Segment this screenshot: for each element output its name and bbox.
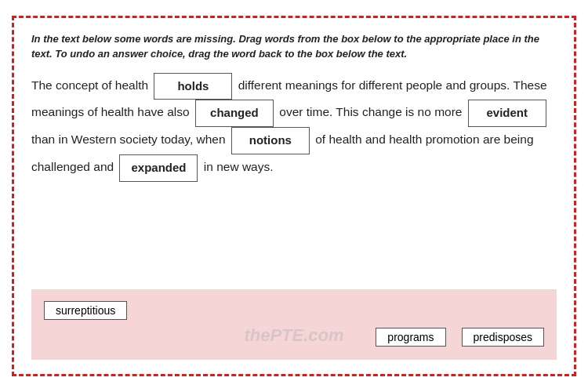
blank-5[interactable]: expanded xyxy=(119,154,198,182)
blank-3[interactable]: evident xyxy=(468,100,546,127)
main-container: In the text below some words are missing… xyxy=(12,16,576,376)
blank-4[interactable]: notions xyxy=(231,127,310,154)
text-after-blank3: than in Western society today, when xyxy=(31,133,226,147)
text-before-blank1: The concept of health xyxy=(31,78,148,92)
passage-area: The concept of health holds different me… xyxy=(31,73,557,281)
text-after-blank2: over time. This change is no more xyxy=(279,106,462,119)
word-chip-programs[interactable]: programs xyxy=(376,328,445,347)
word-chip-surreptitious[interactable]: surreptitious xyxy=(44,301,127,320)
blank-2[interactable]: changed xyxy=(195,100,274,127)
word-chip-predisposes[interactable]: predisposes xyxy=(462,328,545,347)
blank-1[interactable]: holds xyxy=(154,73,232,100)
word-bank: surreptitious programs predisposes thePT… xyxy=(31,289,557,360)
instructions-text: In the text below some words are missing… xyxy=(31,32,557,62)
text-after-blank5: in new ways. xyxy=(204,160,274,173)
